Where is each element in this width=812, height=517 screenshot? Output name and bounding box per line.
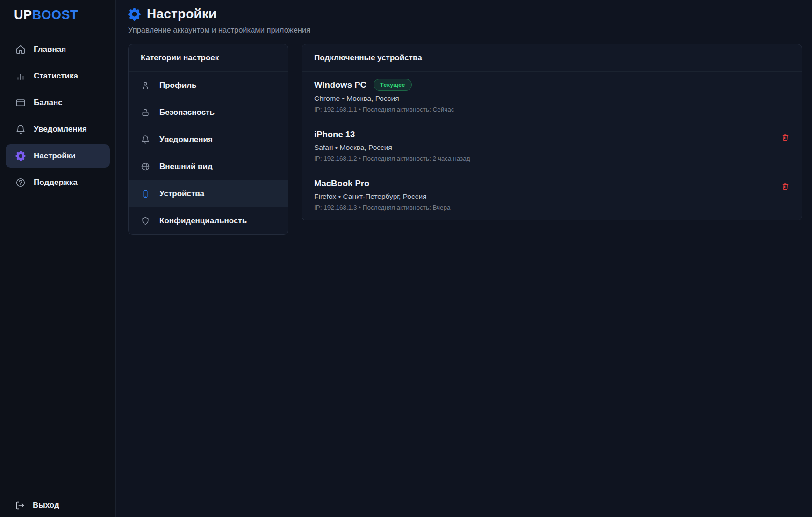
device-row: MacBook ProFirefox • Санкт-Петербург, Ро… (302, 171, 802, 220)
device-title-row: MacBook Pro (314, 178, 790, 189)
device-ip-activity: IP: 192.168.1.1 • Последняя активность: … (314, 106, 790, 114)
category-item-user[interactable]: Профиль (129, 72, 288, 99)
sidebar-item-help[interactable]: Поддержка (6, 171, 110, 194)
device-name: Windows PC (314, 80, 366, 90)
trash-icon (781, 182, 790, 191)
category-item-bell[interactable]: Уведомления (129, 126, 288, 153)
device-browser-location: Firefox • Санкт-Петербург, Россия (314, 191, 790, 201)
sidebar-item-home[interactable]: Главная (6, 38, 110, 61)
device-row: Windows PCТекущееChrome • Москва, Россия… (302, 72, 802, 122)
gear-icon (15, 151, 26, 161)
page-subtitle: Управление аккаунтом и настройками прило… (128, 26, 802, 35)
page-title: Настройки (147, 7, 217, 21)
current-device-badge: Текущее (374, 79, 412, 91)
category-item-lock[interactable]: Безопасность (129, 99, 288, 126)
sidebar-item-bell[interactable]: Уведомления (6, 118, 110, 141)
sidebar-item-label: Баланс (34, 98, 63, 107)
logout-icon (15, 500, 25, 510)
page-header: Настройки Управление аккаунтом и настрой… (128, 7, 802, 35)
brand-logo: UPBOOST (0, 0, 115, 22)
delete-device-button[interactable] (781, 182, 790, 191)
category-item-label: Конфиденциальность (159, 216, 247, 226)
sidebar-item-label: Главная (34, 45, 66, 54)
help-icon (15, 177, 26, 188)
device-title-row: iPhone 13 (314, 129, 790, 140)
device-ip-activity: IP: 192.168.1.3 • Последняя активность: … (314, 204, 790, 212)
shield-icon (141, 216, 150, 226)
category-item-label: Внешний вид (159, 162, 213, 171)
sidebar-item-stats[interactable]: Статистика (6, 64, 110, 88)
globe-icon (141, 162, 150, 171)
device-row: iPhone 13Safari • Москва, РоссияIP: 192.… (302, 122, 802, 171)
card-icon (15, 98, 26, 108)
sidebar-item-label: Статистика (34, 71, 78, 81)
devices-panel-title: Подключенные устройства (302, 44, 802, 72)
stats-icon (15, 71, 26, 81)
device-name: MacBook Pro (314, 178, 369, 189)
sidebar-item-label: Уведомления (34, 125, 87, 134)
category-item-globe[interactable]: Внешний вид (129, 153, 288, 180)
brand-part-1: UP (14, 8, 32, 22)
category-item-label: Безопасность (159, 108, 215, 117)
device-icon (141, 189, 150, 198)
brand-part-2: BOOST (32, 8, 79, 22)
device-title-row: Windows PCТекущее (314, 79, 790, 91)
home-icon (15, 44, 26, 55)
category-item-shield[interactable]: Конфиденциальность (129, 207, 288, 234)
app-root: UPBOOST ГлавнаяСтатистикаБалансУведомлен… (0, 0, 812, 517)
page-title-row: Настройки (128, 7, 802, 21)
bell-icon (15, 124, 26, 135)
sidebar-item-label: Поддержка (34, 178, 78, 187)
devices-list: Windows PCТекущееChrome • Москва, Россия… (302, 72, 802, 220)
category-item-label: Профиль (159, 81, 197, 90)
logout-label: Выход (33, 501, 59, 510)
lock-icon (141, 108, 150, 117)
device-ip-activity: IP: 192.168.1.2 • Последняя активность: … (314, 155, 790, 163)
sidebar-item-gear[interactable]: Настройки (6, 144, 110, 168)
settings-content: Категории настроек ПрофильБезопасностьУв… (128, 44, 802, 235)
main-content: Настройки Управление аккаунтом и настрой… (116, 0, 812, 517)
category-item-label: Уведомления (159, 135, 213, 144)
category-item-label: Устройства (159, 189, 204, 198)
delete-device-button[interactable] (781, 133, 790, 142)
device-browser-location: Chrome • Москва, Россия (314, 93, 790, 103)
categories-list: ПрофильБезопасностьУведомленияВнешний ви… (129, 72, 288, 234)
categories-panel-title: Категории настроек (129, 44, 288, 72)
settings-gear-icon (128, 8, 141, 21)
sidebar: UPBOOST ГлавнаяСтатистикаБалансУведомлен… (0, 0, 116, 517)
sidebar-item-card[interactable]: Баланс (6, 91, 110, 114)
settings-categories-panel: Категории настроек ПрофильБезопасностьУв… (128, 44, 288, 235)
user-icon (141, 81, 150, 90)
connected-devices-panel: Подключенные устройства Windows PCТекуще… (302, 44, 802, 220)
bell-icon (141, 135, 150, 144)
device-name: iPhone 13 (314, 129, 355, 140)
category-item-device[interactable]: Устройства (129, 180, 288, 207)
logout-button[interactable]: Выход (0, 495, 115, 517)
sidebar-nav: ГлавнаяСтатистикаБалансУведомленияНастро… (0, 38, 115, 198)
device-browser-location: Safari • Москва, Россия (314, 142, 790, 152)
sidebar-item-label: Настройки (34, 151, 76, 161)
trash-icon (781, 133, 790, 142)
